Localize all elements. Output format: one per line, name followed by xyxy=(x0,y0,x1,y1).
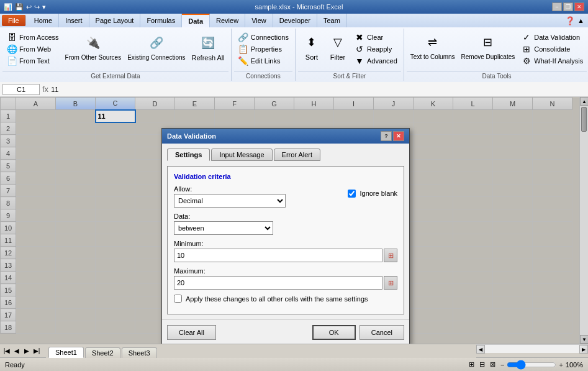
zoom-slider[interactable] xyxy=(507,360,556,370)
sort-button[interactable]: ⬍ Sort xyxy=(299,31,324,62)
view-page-layout-icon[interactable]: ⊟ xyxy=(479,360,485,369)
maximum-input-row: ⊞ xyxy=(174,276,397,290)
from-web-button[interactable]: 🌐 From Web xyxy=(4,44,61,55)
dialog-help-button[interactable]: ? xyxy=(381,131,392,141)
sheet-nav-prev[interactable]: ◀ xyxy=(12,347,21,354)
maximum-cell-ref-button[interactable]: ⊞ xyxy=(384,276,397,290)
quick-access-undo[interactable]: ↩ xyxy=(26,3,32,11)
advanced-button[interactable]: ▼ Advanced xyxy=(351,55,400,66)
formula-separator: fx xyxy=(42,85,48,94)
horizontal-scrollbar[interactable]: ◀ ▶ xyxy=(476,344,588,353)
maximum-input[interactable] xyxy=(174,276,382,290)
existing-connections-button[interactable]: 🔗 Existing Connections xyxy=(125,32,188,62)
allow-row: Allow: Decimal Ignore blank xyxy=(174,185,397,208)
main-area: A B C D E F G H I J K L M N xyxy=(0,97,588,357)
tab-formulas[interactable]: Formulas xyxy=(140,14,182,27)
sheet-nav-last[interactable]: ▶| xyxy=(32,347,41,354)
tab-team[interactable]: Team xyxy=(317,14,347,27)
quick-access-redo[interactable]: ↪ xyxy=(34,3,40,11)
from-other-sources-button[interactable]: 🔌 From Other Sources xyxy=(63,32,124,62)
data-validation-button[interactable]: ✓ Data Validation xyxy=(518,32,586,43)
sheet-and-scroll: A B C D E F G H I J K L M N xyxy=(0,97,588,344)
tab-insert[interactable]: Insert xyxy=(59,14,89,27)
dialog-close-button[interactable]: ✕ xyxy=(393,131,404,141)
view-page-break-icon[interactable]: ⊠ xyxy=(490,360,495,369)
sheet-tab-1[interactable]: Sheet1 xyxy=(48,347,84,358)
quick-access-save[interactable]: 💾 xyxy=(15,3,24,11)
col-from-buttons: 🗄 From Access 🌐 From Web 📄 From Text xyxy=(4,31,61,67)
remove-duplicates-button[interactable]: ⊟ Remove Duplicates xyxy=(459,31,518,62)
dlg-tab-settings[interactable]: Settings xyxy=(167,149,210,161)
ribbon-group-sort-filter: ⬍ Sort ▽ Filter ✖ Clear ↺ Reapply ▼ Adva… xyxy=(296,29,404,81)
clear-all-button[interactable]: Clear All xyxy=(167,325,216,340)
sheet-tab-2[interactable]: Sheet2 xyxy=(85,347,120,358)
allow-select[interactable]: Decimal xyxy=(174,194,286,208)
consolidate-button[interactable]: ⊞ Consolidate xyxy=(518,44,586,55)
ribbon-group-get-external: 🗄 From Access 🌐 From Web 📄 From Text 🔌 F… xyxy=(0,29,232,81)
ribbon-content: 🗄 From Access 🌐 From Web 📄 From Text 🔌 F… xyxy=(0,27,588,82)
cancel-button[interactable]: Cancel xyxy=(360,325,404,340)
tab-developer[interactable]: Developer xyxy=(273,14,317,27)
edit-links-button[interactable]: ✏️ Edit Links xyxy=(235,55,291,66)
tab-view[interactable]: View xyxy=(245,14,273,27)
col-data-validation: ✓ Data Validation ⊞ Consolidate ⚙ What-I… xyxy=(518,31,586,67)
clear-button[interactable]: ✖ Clear xyxy=(351,32,400,43)
col-clear-reapply: ✖ Clear ↺ Reapply ▼ Advanced xyxy=(351,31,400,67)
close-button[interactable]: ✕ xyxy=(574,2,584,11)
text-to-columns-button[interactable]: ⇌ Text to Columns xyxy=(408,31,458,62)
apply-checkbox[interactable] xyxy=(174,295,182,303)
sheet-nav-first[interactable]: |◀ xyxy=(2,347,11,354)
maximum-label: Maximum: xyxy=(174,267,397,275)
sheet-tab-3[interactable]: Sheet3 xyxy=(122,347,157,358)
help-icon[interactable]: ❓ xyxy=(565,16,575,25)
ribbon-group-data-tools: ⇌ Text to Columns ⊟ Remove Duplicates ✓ … xyxy=(404,29,588,81)
col-existing: 🔗 Existing Connections xyxy=(125,31,188,63)
ignore-blank-label: Ignore blank xyxy=(360,190,397,197)
sheet-nav: |◀ ◀ ▶ ▶| xyxy=(0,344,43,357)
connections-icon: 🔗 xyxy=(238,32,249,42)
minimize-ribbon-icon[interactable]: ▲ xyxy=(577,17,584,24)
minimum-input-row: ⊞ xyxy=(174,249,397,262)
restore-button[interactable]: ❐ xyxy=(563,2,573,11)
reapply-button[interactable]: ↺ Reapply xyxy=(351,44,400,55)
sheet-nav-next[interactable]: ▶ xyxy=(22,347,31,354)
tab-file[interactable]: File xyxy=(2,15,26,26)
tab-review[interactable]: Review xyxy=(210,14,245,27)
dlg-tab-input-message[interactable]: Input Message xyxy=(211,149,272,161)
data-label: Data: xyxy=(174,213,397,220)
minimum-input[interactable] xyxy=(174,249,382,262)
dialog-title-bar: Data Validation ? ✕ xyxy=(162,129,409,144)
scroll-left-button[interactable]: ◀ xyxy=(476,345,485,354)
col-from-other: 🔌 From Other Sources xyxy=(63,31,124,63)
zoom-out-button[interactable]: − xyxy=(500,361,504,369)
name-box[interactable] xyxy=(2,84,40,95)
from-text-button[interactable]: 📄 From Text xyxy=(4,55,61,66)
scroll-right-button[interactable]: ▶ xyxy=(579,345,588,354)
ignore-blank-checkbox[interactable] xyxy=(348,190,356,198)
tab-data[interactable]: Data xyxy=(182,14,210,27)
refresh-all-button[interactable]: 🔄 Refresh All xyxy=(189,32,227,63)
from-access-button[interactable]: 🗄 From Access xyxy=(4,32,61,43)
tab-page-layout[interactable]: Page Layout xyxy=(89,14,141,27)
view-normal-icon[interactable]: ⊞ xyxy=(469,360,474,369)
allow-inline: Allow: Decimal Ignore blank xyxy=(174,185,397,208)
group-content-data-tools: ⇌ Text to Columns ⊟ Remove Duplicates ✓ … xyxy=(407,30,587,70)
tab-home[interactable]: Home xyxy=(28,14,59,27)
what-if-analysis-button[interactable]: ⚙ What-If Analysis xyxy=(518,55,586,66)
maximum-row: Maximum: ⊞ xyxy=(174,267,397,290)
dlg-tab-error-alert[interactable]: Error Alert xyxy=(274,149,321,161)
filter-button[interactable]: ▽ Filter xyxy=(325,31,350,62)
scroll-track-h[interactable] xyxy=(485,345,579,353)
properties-button[interactable]: 📋 Properties xyxy=(235,44,291,55)
reapply-icon: ↺ xyxy=(354,44,365,54)
zoom-in-button[interactable]: + xyxy=(559,361,563,369)
minimum-cell-ref-button[interactable]: ⊞ xyxy=(384,249,397,262)
dialog-footer-right: OK Cancel xyxy=(312,325,404,340)
formula-input[interactable] xyxy=(51,86,586,93)
title-bar-controls: − ❐ ✕ xyxy=(552,2,584,11)
connections-button[interactable]: 🔗 Connections xyxy=(235,32,291,43)
data-select[interactable]: between xyxy=(174,221,273,235)
group-label-data-tools: Data Tools xyxy=(407,71,587,80)
ok-button[interactable]: OK xyxy=(312,325,356,340)
minimize-button[interactable]: − xyxy=(552,2,562,11)
